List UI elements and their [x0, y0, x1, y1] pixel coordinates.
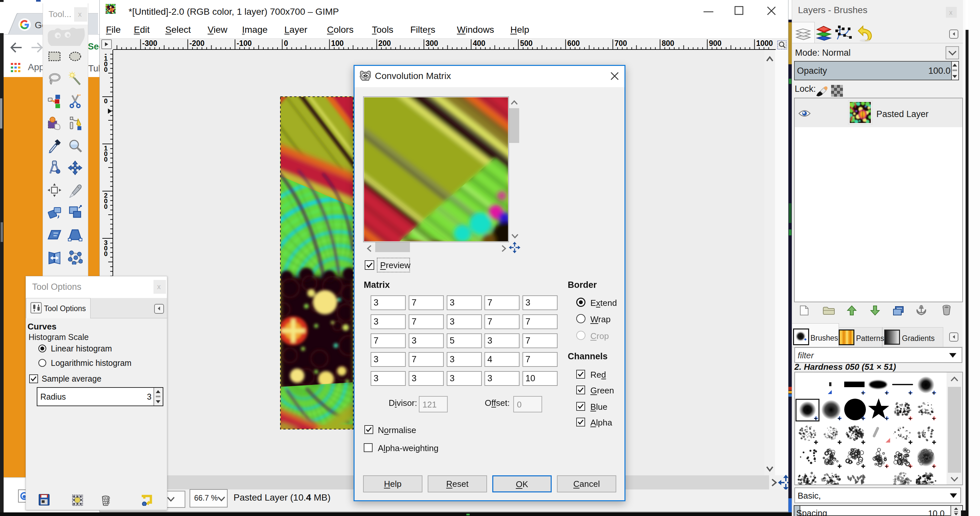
svg-text:400: 400	[473, 39, 485, 48]
svg-text:-200: -200	[189, 39, 205, 48]
svg-text:0: 0	[104, 66, 108, 73]
svg-text:0: 0	[104, 156, 108, 163]
svg-text:0: 0	[104, 250, 108, 257]
svg-text:100: 100	[331, 39, 344, 48]
svg-text:1000: 1000	[756, 39, 773, 48]
svg-text:300: 300	[426, 39, 438, 48]
svg-text:600: 600	[567, 39, 580, 48]
svg-text:700: 700	[615, 39, 627, 48]
svg-text:500: 500	[520, 39, 533, 48]
svg-text:800: 800	[662, 39, 675, 48]
svg-text:0: 0	[284, 39, 288, 48]
svg-text:200: 200	[379, 39, 391, 48]
svg-text:0: 0	[104, 203, 108, 210]
svg-text:-100: -100	[237, 39, 252, 48]
svg-text:0: 0	[104, 97, 108, 105]
svg-text:-300: -300	[142, 39, 158, 48]
svg-text:900: 900	[709, 39, 722, 48]
